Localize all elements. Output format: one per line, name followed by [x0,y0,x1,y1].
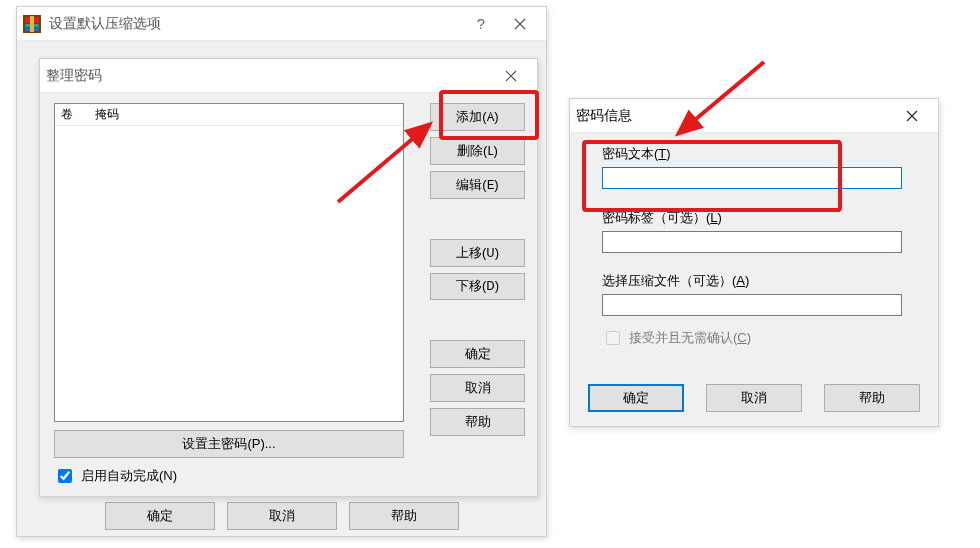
password-tag-input[interactable] [602,231,902,253]
compression-options-button-row: 确定 取消 帮助 [17,502,546,530]
cancel-button[interactable]: 取消 [227,502,337,530]
ok-button[interactable]: 确定 [430,340,525,368]
close-icon[interactable] [491,63,531,89]
archive-select-input[interactable] [602,294,902,316]
side-button-column: 添加(A) 删除(L) 编辑(E) 上移(U) 下移(D) 确定 取消 帮助 [430,103,525,442]
password-info-title: 密码信息 [576,107,892,125]
delete-button[interactable]: 删除(L) [430,137,525,165]
autocomplete-checkbox-row[interactable]: 启用自动完成(N) [54,466,177,486]
cancel-button[interactable]: 取消 [706,384,802,412]
ok-button[interactable]: 确定 [588,384,684,412]
compression-options-title: 设置默认压缩选项 [49,15,461,33]
password-info-window: 密码信息 密码文本(T) 密码标签（可选）(L) 选择压缩文件（可选）(A) [569,98,939,427]
accept-no-confirm-checkbox[interactable] [606,331,620,345]
password-info-titlebar: 密码信息 [570,99,938,133]
autocomplete-label: 启用自动完成(N) [81,467,177,485]
cancel-button[interactable]: 取消 [430,374,525,402]
archive-select-label: 选择压缩文件（可选）(A) [602,273,920,290]
compression-options-titlebar: 设置默认压缩选项 ? [17,7,546,41]
autocomplete-checkbox[interactable] [58,469,72,483]
close-icon[interactable] [500,11,540,37]
column-volume: 卷 [61,106,95,123]
password-tag-label: 密码标签（可选）(L) [602,209,920,227]
help-button[interactable]: 帮助 [824,384,920,412]
accept-no-confirm-row[interactable]: 接受并且无需确认(C) [602,328,920,348]
add-button[interactable]: 添加(A) [430,103,525,131]
app-icon [23,15,41,33]
close-icon[interactable] [892,103,932,129]
password-text-label: 密码文本(T) [602,145,920,163]
password-info-button-row: 确定 取消 帮助 [588,384,920,412]
help-button[interactable]: 帮助 [349,502,459,530]
help-button[interactable]: 帮助 [430,408,525,436]
accept-no-confirm-label: 接受并且无需确认(C) [629,329,751,347]
column-mask: 掩码 [95,106,119,123]
svg-rect-4 [30,16,34,32]
organize-passwords-title: 整理密码 [46,67,491,85]
move-down-button[interactable]: 下移(D) [430,273,525,300]
password-list[interactable]: 卷 掩码 [54,103,404,422]
set-master-password-button[interactable]: 设置主密码(P)... [54,430,404,458]
organize-passwords-window: 整理密码 卷 掩码 添加(A) 删除(L) 编辑(E) 上移(U) 下移(D) … [39,58,538,497]
organize-passwords-titlebar: 整理密码 [40,59,537,93]
ok-button[interactable]: 确定 [105,502,215,530]
password-list-header: 卷 掩码 [55,104,403,126]
password-text-input[interactable] [602,167,902,189]
move-up-button[interactable]: 上移(U) [430,239,525,267]
edit-button[interactable]: 编辑(E) [430,171,525,199]
help-icon[interactable]: ? [461,11,500,37]
